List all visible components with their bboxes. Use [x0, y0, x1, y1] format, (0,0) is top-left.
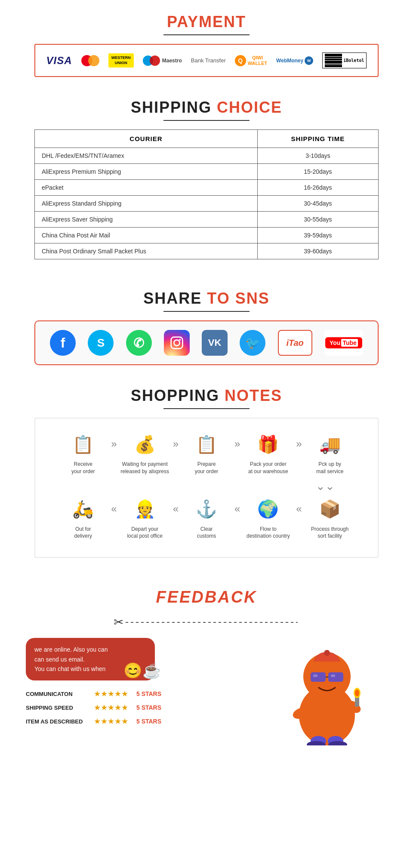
- prepare-icon: 📋: [196, 431, 217, 457]
- sns-icons-box: f S ✆ VK 🐦 iTao YouTube: [34, 320, 379, 365]
- svg-point-21: [324, 650, 330, 656]
- notes-title-black: SHOPPING: [131, 387, 219, 404]
- iboletol-logo: iBoletol: [322, 52, 367, 68]
- feedback-title: FEEDBACK: [9, 588, 404, 606]
- flow-arrow-r4: «: [294, 503, 304, 515]
- rating-label: SHIPPING SPEED: [26, 705, 90, 711]
- mastercard-logo: [81, 55, 99, 66]
- svg-rect-5: [311, 672, 326, 682]
- svg-point-2: [179, 339, 181, 341]
- chat-bubble: we are online. Also you cancan send us e…: [26, 638, 155, 680]
- delivery-label: Out fordelivery: [74, 526, 92, 540]
- payment-title-red: MENT: [199, 13, 246, 31]
- sns-section: SHARE TO SNS f S ✆ VK 🐦 iTao YouTube: [0, 277, 413, 374]
- time-cell: 30-55days: [257, 212, 378, 228]
- shipping-title-red: CHOICE: [217, 98, 282, 116]
- sns-title-black: SHARE: [143, 289, 207, 307]
- chat-text: we are online. Also you cancan send us e…: [34, 646, 108, 672]
- courier-cell: AliExpress Premium Shipping: [35, 164, 258, 180]
- delivery-icon: 🛵: [72, 496, 94, 522]
- ratings-container: COMMUNICATON★★★★★5 STARSSHIPPING SPEED★★…: [26, 685, 254, 726]
- sns-title-red: TO SNS: [207, 289, 269, 307]
- svg-point-14: [355, 689, 359, 696]
- maestro-logo: Maestro: [143, 55, 182, 66]
- time-cell: 3-10days: [257, 148, 378, 164]
- rating-label: COMMUNICATON: [26, 691, 90, 697]
- webmoney-logo: WebMoney W: [276, 56, 313, 65]
- time-cell: 16-26days: [257, 180, 378, 196]
- notes-title: SHOPPING NOTES: [9, 387, 404, 405]
- customs-icon: ⚓: [196, 496, 217, 522]
- sns-underline: [163, 311, 250, 312]
- vk-icon[interactable]: VK: [202, 330, 228, 356]
- pickup-label: Pck up bymail service: [316, 461, 343, 475]
- rating-row: ITEM AS DESCRIBED★★★★★5 STARS: [26, 717, 254, 726]
- payment-label: Waiting for paymentreleased by alixpress: [120, 461, 169, 475]
- time-cell: 15-20days: [257, 164, 378, 180]
- shipping-title-black: SHIPPING: [131, 98, 217, 116]
- payment-section: PAYMENT VISA WESTERNUNION Maestro Bank T…: [0, 0, 413, 86]
- flow-row-2: 🛵 Out fordelivery « 👷 Depart yourlocal p…: [44, 496, 369, 540]
- rating-value: 5 STARS: [132, 690, 166, 697]
- shipping-title: SHIPPING CHOICE: [9, 98, 404, 117]
- flow-arrow-r2: «: [171, 503, 181, 515]
- svg-rect-9: [331, 674, 335, 677]
- flow-item-receive: 📋 Receiveyour order: [57, 431, 109, 475]
- sort-label: Process throughsort facility: [311, 526, 348, 540]
- flow-arrow-2: »: [171, 438, 181, 450]
- svg-point-19: [320, 655, 325, 660]
- flow-item-depart: 👷 Depart yourlocal post office: [119, 496, 171, 540]
- payment-methods-box: VISA WESTERNUNION Maestro Bank Transfer …: [34, 44, 379, 77]
- table-row: China Post Ordinary Small Packet Plus39-…: [35, 243, 379, 259]
- chat-bubble-wrapper: we are online. Also you cancan send us e…: [26, 638, 163, 680]
- flow-arrow-r3: «: [232, 503, 242, 515]
- svg-rect-6: [328, 672, 343, 682]
- flow-item-payment: 💰 Waiting for paymentreleased by alixpre…: [119, 431, 171, 475]
- time-cell: 39-59days: [257, 228, 378, 243]
- skype-icon[interactable]: S: [88, 330, 114, 356]
- table-row: DHL /Fedex/EMS/TNT/Aramex3-10days: [35, 148, 379, 164]
- feedback-left-column: we are online. Also you cancan send us e…: [26, 638, 254, 726]
- flow-item-pack: 🎁 Pack your orderat our warehouse: [242, 431, 294, 475]
- prepare-label: Prepareyour order: [195, 461, 219, 475]
- feedback-section: FEEDBACK ✂ we are online. Also you canca…: [0, 575, 413, 754]
- pack-label: Pack your orderat our warehouse: [248, 461, 288, 475]
- shopping-notes-section: SHOPPING NOTES 📋 Receiveyour order » 💰 W…: [0, 374, 413, 575]
- receive-label: Receiveyour order: [71, 461, 95, 475]
- payment-title: PAYMENT: [9, 13, 404, 31]
- courier-cell: China China Post Air Mail: [35, 228, 258, 243]
- svg-point-1: [174, 340, 179, 345]
- shipping-section: SHIPPING CHOICE COURIER SHIPPING TIME DH…: [0, 86, 413, 277]
- courier-cell: DHL /Fedex/EMS/TNT/Aramex: [35, 148, 258, 164]
- feedback-decoration: ✂: [9, 615, 404, 629]
- whatsapp-icon[interactable]: ✆: [126, 330, 152, 356]
- itao-icon[interactable]: iTao: [278, 330, 312, 356]
- flow-icon: 🌍: [257, 496, 279, 522]
- courier-cell: China Post Ordinary Small Packet Plus: [35, 243, 258, 259]
- svg-rect-0: [171, 337, 183, 349]
- facebook-icon[interactable]: f: [50, 330, 76, 356]
- scissors-icon: ✂: [114, 615, 123, 629]
- notes-underline: [163, 408, 250, 409]
- notes-title-red: NOTES: [219, 387, 282, 404]
- time-cell: 39-60days: [257, 243, 378, 259]
- flow-label: Flow todestination country: [247, 526, 290, 540]
- courier-header: COURIER: [35, 130, 258, 148]
- rating-row: COMMUNICATON★★★★★5 STARS: [26, 689, 254, 699]
- rating-value: 5 STARS: [132, 704, 166, 711]
- instagram-icon[interactable]: [164, 330, 190, 356]
- shipping-underline: [163, 120, 250, 121]
- flow-item-customs: ⚓ Clearcustoms: [181, 496, 232, 540]
- bank-transfer-label: Bank Transfer: [191, 57, 226, 64]
- twitter-icon[interactable]: 🐦: [240, 330, 265, 356]
- courier-cell: AliExpress Standard Shipping: [35, 196, 258, 212]
- table-row: AliExpress Standard Shipping30-45days: [35, 196, 379, 212]
- qiwi-logo: Q QIWIWALLET: [235, 55, 267, 66]
- visa-logo: VISA: [46, 55, 72, 67]
- svg-rect-8: [313, 674, 317, 677]
- youtube-icon[interactable]: YouTube: [324, 330, 363, 356]
- flow-arrow-down: ⌄⌄: [44, 480, 369, 493]
- rating-stars: ★★★★★: [94, 717, 128, 726]
- feedback-right-column: [267, 638, 387, 745]
- flow-arrow-4: »: [294, 438, 304, 450]
